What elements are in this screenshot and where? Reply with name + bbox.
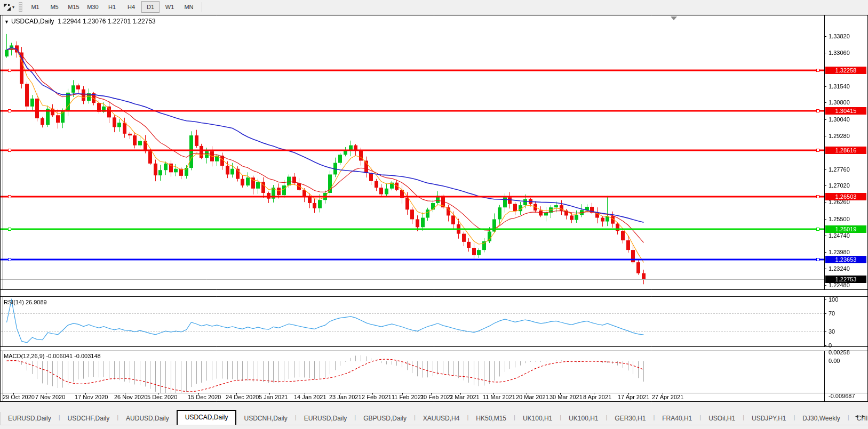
tab-eurusd-daily[interactable]: EURUSD,Daily (297, 412, 355, 425)
timeframe-button-w1[interactable]: W1 (161, 1, 179, 13)
date-axis-label: 24 Dec 2020 (226, 394, 259, 400)
date-axis-label: 7 Nov 2020 (35, 394, 65, 400)
resistance-line-price-badge: 1.30415 (825, 107, 866, 115)
price-axis-label: 1.25500 (829, 215, 850, 223)
timeframe-button-h1[interactable]: H1 (103, 1, 121, 13)
tab-xauusd-h4[interactable]: XAUUSD,H4 (416, 412, 467, 425)
timeframe-buttons: M1M5M15M30H1H4D1W1MN (26, 1, 198, 13)
date-axis-label: 11 Mar 2021 (483, 394, 515, 400)
date-axis-label: 20 Feb 2021 (420, 394, 453, 400)
tab-usdjpy-h1[interactable]: USDJPY,H1 (744, 412, 793, 425)
date-axis-label: 20 Mar 2021 (516, 394, 549, 400)
date-axis-label: 2 Feb 2021 (362, 394, 392, 400)
chart-tab-bar: EURUSD,Daily|USDCHF,Daily|AUDUSD,DailyUS… (0, 410, 868, 425)
price-axis-label: 1.27760 (829, 166, 850, 173)
date-axis-label: 8 Apr 2021 (583, 394, 611, 400)
date-axis-label: 2 Mar 2021 (450, 394, 480, 400)
date-axis-label: 15 Dec 2020 (188, 394, 221, 400)
symbol-dropdown-icon[interactable]: ▼ (4, 19, 9, 25)
toolbar-separator (202, 2, 202, 12)
price-axis-label: 1.33820 (829, 33, 850, 40)
macd-axis-label: 0.00 (829, 357, 840, 365)
price-axis-label: 1.27020 (829, 182, 850, 189)
tab-uk100-h1[interactable]: UK100,H1 (515, 412, 560, 425)
tab-gbpusd-daily[interactable]: GBPUSD,Daily (356, 412, 414, 425)
resistance-line-price-badge: 1.32258 (825, 67, 866, 74)
date-axis-label: 26 Nov 2020 (114, 394, 147, 400)
rsi-axis-label: 30 (829, 328, 835, 335)
timeframe-button-h4[interactable]: H4 (122, 1, 140, 13)
tab-usoil-h1[interactable]: USOil,H1 (701, 412, 743, 425)
macd-axis-label: -0.009687 (829, 392, 855, 400)
chart-ohlc-quotes: 1.22944 1.23076 1.22701 1.22753 (58, 18, 156, 25)
tab-scroll-right-button[interactable]: ► (861, 414, 866, 419)
date-axis-label: 30 Mar 2021 (550, 394, 583, 400)
tab-scroll-nav: ◄ ► (854, 414, 866, 419)
date-axis-label: 5 Jan 2021 (259, 394, 288, 400)
rsi-axis-label: 0 (829, 342, 832, 349)
support-line-price-badge: 1.25019 (825, 225, 866, 233)
chart-mode-icon-glyph (3, 3, 11, 11)
trading-platform-window: ▾ M1M5M15M30H1H4D1W1MN ▼USDCAD,Daily 1.2… (0, 0, 868, 429)
resistance-line-price-badge: 1.26503 (825, 193, 866, 200)
toolbar-drag-handle[interactable] (19, 2, 22, 12)
tab-audusd-daily[interactable]: AUDUSD,Daily (118, 412, 177, 425)
timeframe-button-d1[interactable]: D1 (141, 1, 160, 13)
price-axis-label: 1.30040 (829, 116, 850, 123)
tab-ger30-h1[interactable]: GER30,H1 (607, 412, 653, 425)
timeframe-button-m1[interactable]: M1 (26, 1, 44, 13)
tab-eurusd-daily[interactable]: EURUSD,Daily (1, 412, 59, 425)
rsi-axis-label: 70 (829, 310, 835, 317)
chart-symbol-label: USDCAD,Daily (11, 18, 54, 25)
timeframe-button-m15[interactable]: M15 (65, 1, 83, 13)
timeframe-toolbar: ▾ M1M5M15M30H1H4D1W1MN (0, 0, 868, 14)
resistance-line-price-badge: 1.28616 (825, 147, 866, 154)
timeframe-button-mn[interactable]: MN (180, 1, 198, 13)
tab-usdchf-daily[interactable]: USDCHF,Daily (60, 412, 117, 425)
date-axis-label: 29 Oct 2020 (3, 394, 35, 400)
tab-uk100-h1[interactable]: UK100,H1 (561, 412, 606, 425)
tab-hk50-m15[interactable]: HK50,M15 (468, 412, 514, 425)
date-axis-label: 14 Jan 2021 (294, 394, 327, 400)
price-axis-label: 1.31540 (829, 83, 850, 90)
timeframe-button-m5[interactable]: M5 (45, 1, 63, 13)
chart-canvas[interactable] (0, 15, 868, 402)
price-axis-label: 1.23240 (829, 265, 850, 272)
timeframe-button-m30[interactable]: M30 (84, 1, 102, 13)
date-axis-label: 27 Apr 2021 (652, 394, 683, 400)
tab-usdcnh-daily[interactable]: USDCNH,Daily (236, 412, 294, 425)
price-axis-label: 1.23980 (829, 248, 850, 256)
rsi-indicator-label: RSI(14) 26.9089 (4, 299, 47, 305)
tab-fra40-h1[interactable]: FRA40,H1 (655, 412, 699, 425)
rsi-axis-label: 100 (829, 296, 838, 303)
date-axis-label: 23 Jan 2021 (329, 394, 362, 400)
last-price-price-badge: 1.22753 (825, 276, 866, 283)
tab-usdcad-daily[interactable]: USDCAD,Daily (177, 410, 237, 425)
price-axis-label: 1.29280 (829, 132, 850, 140)
price-axis-label: 1.33060 (829, 49, 850, 56)
chart-mode-icon[interactable] (2, 2, 12, 12)
date-axis-label: 17 Apr 2021 (618, 394, 649, 400)
chevron-down-icon[interactable]: ▾ (12, 5, 14, 10)
status-bar (0, 425, 868, 429)
macd-axis-label: 0.00258 (829, 349, 850, 356)
macd-indicator-label: MACD(12,26,9) -0.006041 -0.003148 (4, 353, 101, 359)
date-axis-label: 17 Nov 2020 (75, 394, 108, 400)
tab-scroll-left-button[interactable]: ◄ (854, 414, 859, 419)
date-axis-label: 5 Dec 2020 (147, 394, 177, 400)
tab-dj30-weekly[interactable]: DJ30,Weekly (795, 412, 847, 425)
chart-window: ▼USDCAD,Daily 1.22944 1.23076 1.22701 1.… (0, 15, 868, 402)
support-line-price-badge: 1.23653 (825, 256, 866, 263)
chart-title: ▼USDCAD,Daily 1.22944 1.23076 1.22701 1.… (4, 18, 156, 25)
date-axis-label: 11 Feb 2021 (392, 394, 424, 400)
price-axis-label: 1.30800 (829, 99, 850, 106)
